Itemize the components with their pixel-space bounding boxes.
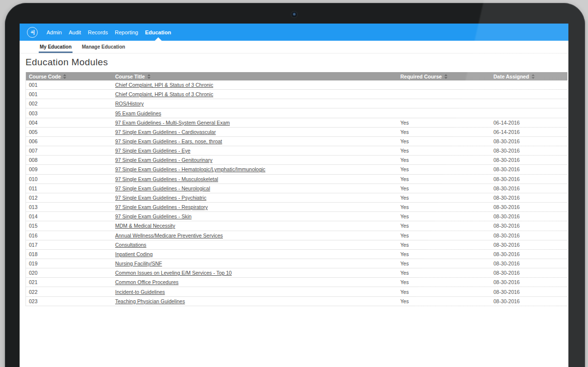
tab-my-education[interactable]: My Education	[39, 41, 73, 53]
course-code-cell: 012	[26, 195, 112, 201]
course-code-cell: 005	[26, 129, 112, 135]
table-row: 01097 Single Exam Guidelines - Musculosk…	[26, 175, 567, 184]
table-row: 016Annual Wellness/Medicare Preventive S…	[26, 231, 567, 240]
course-code-cell: 010	[26, 176, 112, 182]
course-title-link[interactable]: MDM & Medical Necessity	[115, 223, 175, 229]
table-row: 00597 Single Exam Guidelines - Cardiovas…	[26, 128, 567, 137]
course-title-link[interactable]: 97 Single Exam Guidelines - Psychiatric	[115, 195, 206, 201]
course-title-link[interactable]: 97 Exam Guidelines - Multi-System Genera…	[115, 120, 230, 126]
required-course-cell: Yes	[397, 120, 490, 126]
required-course-cell: Yes	[397, 223, 490, 229]
course-title-cell: Chief Complaint, HPI & Status of 3 Chron…	[112, 82, 397, 88]
course-code-cell: 001	[26, 82, 112, 88]
course-code-cell: 006	[26, 138, 112, 144]
table-row: 00497 Exam Guidelines - Multi-System Gen…	[26, 118, 567, 128]
required-course-cell: Yes	[397, 279, 490, 285]
course-title-link[interactable]: 97 Single Exam Guidelines - Skin	[115, 213, 192, 219]
course-title-link[interactable]: 97 Single Exam Guidelines - Neurological	[115, 185, 210, 191]
course-title-link[interactable]: Consultations	[115, 242, 147, 248]
course-title-link[interactable]: 97 Single Exam Guidelines - Musculoskele…	[115, 176, 218, 182]
course-title-link[interactable]: Incident-to Guidelines	[115, 289, 165, 295]
course-title-cell: Nursing Facility/SNF	[112, 261, 397, 266]
course-title-cell: Teaching Physician Guidelines	[112, 298, 397, 304]
sort-icon[interactable]	[444, 74, 447, 79]
sort-icon[interactable]	[63, 74, 66, 79]
course-code-cell: 016	[26, 233, 112, 238]
table-row: 017ConsultationsYes08-30-2016	[26, 240, 567, 250]
course-code-cell: 011	[26, 185, 112, 191]
column-header-course-code[interactable]: Course Code	[26, 74, 112, 79]
required-course-cell: Yes	[397, 204, 490, 210]
course-title-link[interactable]: Common Issues on Leveling E/M Services -…	[115, 270, 232, 276]
required-course-cell: Yes	[397, 138, 490, 144]
app-logo-icon[interactable]: +|	[27, 27, 38, 38]
date-assigned-cell: 08-30-2016	[490, 157, 567, 163]
table-row: 01397 Single Exam Guidelines - Respirato…	[26, 203, 567, 212]
column-header-course-title[interactable]: Course Title	[112, 74, 397, 79]
course-title-cell: 97 Single Exam Guidelines - Neurological	[112, 185, 397, 191]
course-code-cell: 003	[26, 110, 112, 116]
course-title-link[interactable]: 97 Single Exam Guidelines - Ears, nose, …	[115, 138, 222, 144]
course-title-link[interactable]: Inpatient Coding	[115, 251, 152, 257]
nav-item-records[interactable]: Records	[84, 24, 111, 41]
date-assigned-cell: 08-30-2016	[490, 148, 567, 154]
course-title-link[interactable]: Annual Wellness/Medicare Preventive Serv…	[115, 233, 223, 238]
course-title-link[interactable]: Common Office Procedures	[115, 279, 178, 285]
date-assigned-cell: 08-30-2016	[490, 251, 567, 257]
column-header-label: Course Title	[115, 74, 145, 79]
course-code-cell: 013	[26, 204, 112, 210]
course-title-link[interactable]: 97 Single Exam Guidelines - Eye	[115, 148, 191, 154]
course-title-link[interactable]: Chief Complaint, HPI & Status of 3 Chron…	[115, 91, 213, 97]
required-course-cell: Yes	[397, 233, 490, 238]
front-camera-icon	[292, 12, 297, 17]
course-title-cell: 97 Single Exam Guidelines - Genitourinar…	[112, 157, 397, 163]
required-course-cell: Yes	[397, 157, 490, 163]
nav-item-education[interactable]: Education	[142, 24, 174, 41]
course-code-cell: 009	[26, 166, 112, 172]
table-row: 00697 Single Exam Guidelines - Ears, nos…	[26, 137, 567, 146]
tab-manage-education[interactable]: Manage Education	[81, 41, 126, 53]
nav-item-audit[interactable]: Audit	[65, 24, 84, 41]
table-row: 00897 Single Exam Guidelines - Genitouri…	[26, 156, 567, 165]
device-screen: +| AdminAuditRecordsReportingEducation M…	[20, 24, 568, 367]
table-body: 001Chief Complaint, HPI & Status of 3 Ch…	[26, 80, 567, 306]
required-course-cell: Yes	[397, 148, 490, 154]
course-title-link[interactable]: 97 Single Exam Guidelines - Respiratory	[115, 204, 208, 210]
sort-icon[interactable]	[532, 74, 535, 79]
course-title-cell: 95 Exam Guidelines	[112, 110, 397, 116]
date-assigned-cell: 08-30-2016	[490, 166, 567, 172]
course-title-cell: Incident-to Guidelines	[112, 289, 397, 295]
course-title-cell: ROS/History	[112, 101, 397, 106]
column-header-required-course[interactable]: Required Course	[397, 74, 490, 79]
course-title-link[interactable]: Chief Complaint, HPI & Status of 3 Chron…	[115, 82, 213, 88]
course-title-link[interactable]: 97 Single Exam Guidelines - Genitourinar…	[115, 157, 212, 163]
course-title-link[interactable]: Nursing Facility/SNF	[115, 261, 162, 266]
course-title-cell: MDM & Medical Necessity	[112, 223, 397, 229]
course-title-link[interactable]: Teaching Physician Guidelines	[115, 298, 185, 304]
table-row: 00997 Single Exam Guidelines - Hematolog…	[26, 165, 567, 174]
date-assigned-cell: 08-30-2016	[490, 213, 567, 219]
navbar-items: AdminAuditRecordsReportingEducation	[43, 24, 174, 41]
course-title-link[interactable]: 97 Single Exam Guidelines - Cardiovascul…	[115, 129, 216, 135]
table-row: 01297 Single Exam Guidelines - Psychiatr…	[26, 193, 567, 203]
course-title-cell: 97 Single Exam Guidelines - Respiratory	[112, 204, 397, 210]
date-assigned-cell: 08-30-2016	[490, 195, 567, 201]
table-row: 015MDM & Medical NecessityYes08-30-2016	[26, 221, 567, 231]
course-title-cell: Consultations	[112, 242, 397, 248]
column-header-date-assigned[interactable]: Date Assigned	[490, 74, 567, 79]
course-title-cell: 97 Single Exam Guidelines - Musculoskele…	[112, 176, 397, 182]
required-course-cell: Yes	[397, 185, 490, 191]
course-title-link[interactable]: ROS/History	[115, 101, 144, 106]
course-title-cell: 97 Single Exam Guidelines - Skin	[112, 213, 397, 219]
course-title-link[interactable]: 97 Single Exam Guidelines - Hematologic/…	[115, 166, 266, 172]
education-modules-table: Course CodeCourse TitleRequired CourseDa…	[25, 72, 567, 306]
course-code-cell: 014	[26, 213, 112, 219]
nav-item-admin[interactable]: Admin	[43, 24, 65, 41]
course-title-cell: 97 Single Exam Guidelines - Cardiovascul…	[112, 129, 397, 135]
course-title-link[interactable]: 95 Exam Guidelines	[115, 110, 161, 116]
nav-item-reporting[interactable]: Reporting	[111, 24, 142, 41]
date-assigned-cell: 08-30-2016	[490, 176, 567, 182]
sort-icon[interactable]	[147, 74, 150, 79]
course-title-cell: 97 Exam Guidelines - Multi-System Genera…	[112, 120, 397, 126]
course-title-cell: 97 Single Exam Guidelines - Ears, nose, …	[112, 138, 397, 144]
